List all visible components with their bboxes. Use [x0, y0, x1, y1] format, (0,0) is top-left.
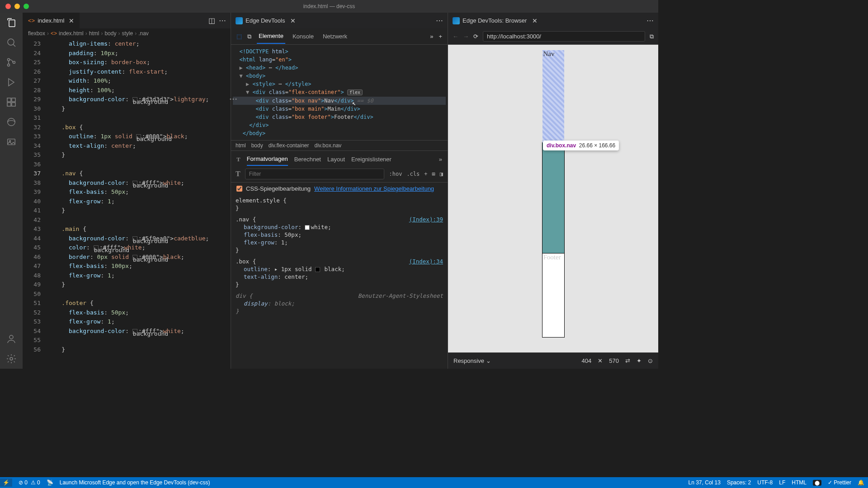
- viewport-height[interactable]: 570: [609, 357, 619, 364]
- gallery-icon[interactable]: [6, 136, 17, 147]
- close-tab-icon[interactable]: ✕: [69, 17, 74, 24]
- rotate-icon[interactable]: ⇄: [625, 357, 630, 364]
- tab-edge-devtools[interactable]: Edge DevTools ✕: [231, 13, 300, 28]
- svg-rect-6: [12, 103, 15, 106]
- reload-icon[interactable]: ⟳: [473, 33, 478, 40]
- tab-listeners[interactable]: Ereignislistener: [351, 153, 392, 165]
- svg-rect-5: [7, 103, 11, 106]
- devtools-panel: Edge DevTools ✕ ⋯ ⬚ ⧉ Elemente Konsole N…: [231, 13, 448, 369]
- edge-icon: [236, 17, 243, 24]
- back-icon[interactable]: ←: [453, 33, 458, 40]
- svg-rect-4: [7, 98, 11, 102]
- hov-toggle[interactable]: :hov: [389, 171, 402, 177]
- code-editor[interactable]: 2324252627282930313233343536373839404142…: [23, 38, 231, 369]
- svg-point-12: [10, 357, 13, 360]
- close-window-button[interactable]: [5, 4, 11, 9]
- window-titlebar: index.html — dev-css: [0, 0, 658, 13]
- responsive-dropdown[interactable]: Responsive ⌄: [453, 357, 491, 364]
- mirror-info-link[interactable]: Weitere Informationen zur Spiegelbearbei…: [314, 185, 434, 192]
- html-file-icon: <>: [28, 17, 35, 24]
- browser-toolbar: ← → ⟳ http://localhost:3000/ ⧉: [448, 28, 658, 45]
- inspect-element-icon[interactable]: ⬚: [236, 33, 242, 40]
- close-tab-icon[interactable]: ✕: [290, 17, 296, 24]
- tab-index-html[interactable]: <> index.html ✕: [23, 13, 80, 28]
- svg-point-3: [13, 61, 15, 64]
- tab-layout[interactable]: Layout: [327, 153, 345, 165]
- css-mirror-checkbox[interactable]: [236, 186, 242, 192]
- css-mirror-row: CSS-Spiegelbearbeitung Weitere Informati…: [231, 183, 448, 195]
- svg-point-8: [8, 118, 15, 126]
- tab-styles[interactable]: Formatvorlagen: [247, 153, 288, 166]
- tab-edge-browser[interactable]: Edge DevTools: Browser ✕: [448, 13, 542, 28]
- svg-point-11: [9, 335, 13, 339]
- window-title: index.html — dev-css: [303, 3, 355, 9]
- search-icon[interactable]: [6, 37, 17, 48]
- edge-tools-icon[interactable]: [6, 117, 17, 127]
- account-icon[interactable]: [6, 333, 17, 344]
- more-actions-icon[interactable]: ⋯: [219, 16, 226, 25]
- preview-footer-box: Footer: [542, 253, 564, 337]
- settings-icon[interactable]: ⊙: [648, 357, 653, 364]
- tab-network[interactable]: Netzwerk: [321, 29, 349, 43]
- tab-elements[interactable]: Elemente: [257, 29, 285, 44]
- styles-filter-input[interactable]: [245, 169, 385, 179]
- url-bar[interactable]: http://localhost:3000/: [483, 31, 645, 42]
- preview-nav-box: Nav: [542, 50, 564, 143]
- explorer-icon[interactable]: [6, 17, 17, 28]
- svg-point-2: [8, 64, 10, 66]
- split-editor-icon[interactable]: ◫: [208, 16, 215, 25]
- add-tab-icon[interactable]: +: [439, 33, 442, 40]
- more-tabs-icon[interactable]: »: [430, 33, 433, 40]
- devtools-toolbar: ⬚ ⧉ Elemente Konsole Netzwerk » +: [231, 28, 448, 45]
- breadcrumbs[interactable]: flexbox› <> index.html› html› body› styl…: [23, 28, 231, 38]
- more-actions-icon[interactable]: ⋯: [436, 16, 443, 25]
- settings-gear-icon[interactable]: [6, 353, 17, 364]
- svg-point-0: [8, 39, 14, 45]
- tab-label: index.html: [38, 17, 64, 24]
- edge-icon: [453, 17, 460, 24]
- dom-path[interactable]: html body div.flex-container div.box.nav: [231, 140, 448, 150]
- screencast-icon[interactable]: ✦: [637, 357, 642, 364]
- panel-icon[interactable]: ◨: [440, 171, 443, 177]
- editor-panel: <> index.html ✕ ◫ ⋯ flexbox› <> index.ht…: [23, 13, 231, 369]
- browser-panel: Edge DevTools: Browser ✕ ⋯ ← → ⟳ http://…: [448, 13, 658, 369]
- preview-main-box: [542, 143, 564, 253]
- source-control-icon[interactable]: [6, 57, 17, 68]
- cls-toggle[interactable]: .cls: [406, 171, 420, 177]
- tab-computed[interactable]: Berechnet: [294, 153, 321, 165]
- open-external-icon[interactable]: ⧉: [650, 33, 654, 40]
- close-tab-icon[interactable]: ✕: [532, 17, 538, 24]
- styles-tabs: T Formatvorlagen Berechnet Layout Ereign…: [231, 150, 448, 166]
- activity-bar: [0, 13, 23, 369]
- svg-rect-7: [12, 98, 15, 102]
- more-tabs-icon[interactable]: »: [439, 156, 442, 163]
- new-rule-icon[interactable]: +: [424, 171, 427, 177]
- page-preview: Nav Footer: [542, 50, 564, 337]
- svg-point-1: [8, 59, 10, 61]
- run-debug-icon[interactable]: [6, 77, 17, 88]
- styles-pane[interactable]: element.style { } .nav {(Index):39 backg…: [231, 195, 448, 369]
- editor-tabs: <> index.html ✕ ◫ ⋯: [23, 13, 231, 28]
- more-actions-icon[interactable]: ⋯: [646, 16, 654, 25]
- extensions-icon[interactable]: [6, 97, 17, 108]
- responsive-bar: Responsive ⌄ 404 ✕ 570 ⇄ ✦ ⊙: [448, 352, 658, 369]
- preview-viewport: Nav Footer div.box.nav 26.66 × 166.66: [448, 45, 658, 352]
- toggle-device-icon[interactable]: ⧉: [247, 33, 251, 40]
- inspect-tooltip: div.box.nav 26.66 × 166.66: [543, 141, 619, 150]
- forward-icon[interactable]: →: [463, 33, 469, 40]
- dom-tree[interactable]: ••• <!DOCTYPE html> <html lang="en"> ▶ <…: [231, 45, 448, 140]
- tab-console[interactable]: Konsole: [291, 29, 316, 43]
- viewport-width[interactable]: 404: [582, 357, 592, 364]
- device-icon[interactable]: ⊞: [432, 171, 435, 177]
- maximize-window-button[interactable]: [24, 4, 29, 9]
- minimize-window-button[interactable]: [14, 4, 20, 9]
